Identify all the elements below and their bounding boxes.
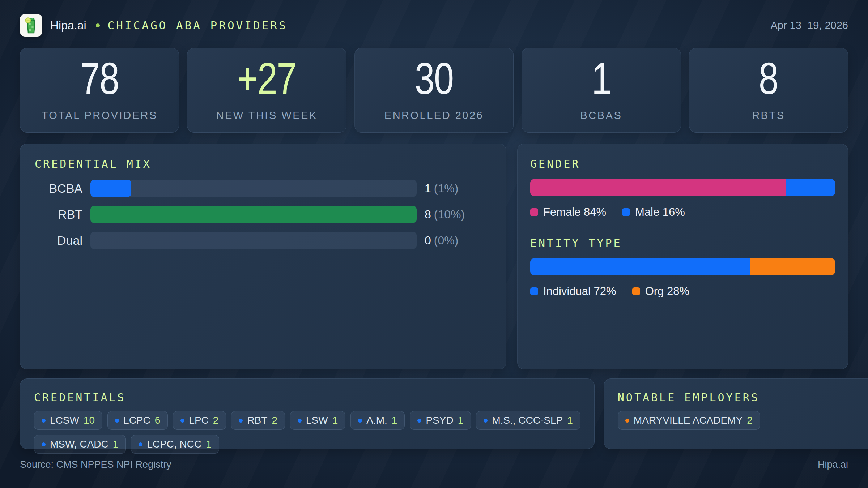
kpi-row: 78 TOTAL PROVIDERS +27 NEW THIS WEEK 30 … [20, 48, 848, 133]
badge-label: LSW [306, 415, 328, 426]
bar-value: 8(10%) [425, 208, 492, 221]
credential-badge: M.S., CCC-SLP 1 [476, 411, 580, 430]
bottom-row: CREDENTIALS LCSW 10 LCPC 6 LPC [20, 378, 848, 449]
legend-item-male: Male 16% [622, 206, 685, 219]
panel-title: GENDER [530, 158, 835, 170]
badge-count: 2 [272, 415, 277, 426]
bar-track [90, 232, 417, 249]
bar-label: BCBA [35, 181, 82, 196]
badge-label: RBT [247, 415, 267, 426]
credential-badge: RBT 2 [231, 411, 285, 430]
badge-count: 1 [206, 438, 212, 450]
badge-row: MARYVILLE ACADEMY 2 [618, 411, 868, 430]
bar-value-number: 8 [425, 208, 431, 221]
gender-legend: Female 84% Male 16% [530, 206, 835, 219]
bar-label: Dual [35, 234, 82, 248]
dot-icon [484, 419, 488, 423]
bar-track [90, 206, 417, 223]
bar-value-number: 1 [425, 182, 431, 195]
stat-label: NEW THIS WEEK [216, 110, 318, 121]
legend-swatch [530, 287, 538, 295]
badge-count: 1 [392, 415, 397, 426]
stat-value: +27 [237, 56, 296, 101]
credential-badge: LCPC 6 [107, 411, 168, 430]
badge-label: LCSW [50, 415, 79, 426]
demographics-panel: GENDER Female 84% Male 16% ENTITY TYPE [517, 144, 848, 369]
badge-label: LPC [189, 415, 208, 426]
stat-label: RBTS [752, 110, 785, 121]
legend-label: Org 28% [645, 285, 689, 298]
dot-icon [417, 419, 421, 423]
segment-org [750, 258, 835, 275]
dot-icon [42, 419, 46, 423]
dot-icon [180, 419, 184, 423]
bar-row-bcba: BCBA 1(1%) [35, 180, 492, 197]
legend-swatch [632, 287, 640, 295]
segment-male [786, 179, 835, 196]
date-range: Apr 13–19, 2026 [771, 20, 848, 31]
credential-badge: LSW 1 [290, 411, 345, 430]
stat-value: 78 [80, 56, 119, 101]
badge-count: 1 [113, 438, 119, 450]
badge-count: 10 [84, 415, 95, 426]
legend-label: Male 16% [635, 206, 685, 219]
segment-female [530, 179, 786, 196]
page-title: CHICAGO ABA PROVIDERS [108, 19, 288, 32]
stat-card-total-providers: 78 TOTAL PROVIDERS [20, 48, 179, 133]
bar-value: 1(1%) [425, 182, 492, 195]
dot-icon [358, 419, 362, 423]
mojito-icon [23, 16, 39, 34]
bar-label: RBT [35, 207, 82, 222]
stat-value: 8 [759, 56, 778, 101]
dot-icon [115, 419, 119, 423]
credentials-badges: LCSW 10 LCPC 6 LPC 2 RB [34, 411, 580, 454]
credentials-panel: CREDENTIALS LCSW 10 LCPC 6 LPC [20, 378, 595, 449]
legend-item-org: Org 28% [632, 285, 689, 298]
badge-label: M.S., CCC-SLP [492, 415, 563, 426]
stat-label: BCBAS [580, 110, 622, 121]
bar-row-dual: Dual 0(0%) [35, 232, 492, 249]
panel-title: CREDENTIALS [34, 391, 580, 404]
badge-label: A.M. [366, 415, 387, 426]
badge-count: 1 [567, 415, 573, 426]
stat-card-enrolled: 30 ENROLLED 2026 [354, 48, 514, 133]
badge-count: 1 [332, 415, 338, 426]
badge-count: 6 [155, 415, 161, 426]
employers-panel: NOTABLE EMPLOYERS MARYVILLE ACADEMY 2 [604, 378, 868, 449]
legend-label: Individual 72% [543, 285, 616, 298]
stat-value: 1 [592, 56, 611, 101]
credential-badge: A.M. 1 [350, 411, 405, 430]
bar-value: 0(0%) [425, 234, 492, 247]
legend-label: Female 84% [543, 206, 606, 219]
credential-badge: LCSW 10 [34, 411, 102, 430]
credential-mix-panel: CREDENTIAL MIX BCBA 1(1%) RBT [20, 144, 506, 369]
badge-label: MARYVILLE ACADEMY [634, 415, 743, 426]
employer-badge: MARYVILLE ACADEMY 2 [618, 411, 760, 430]
dot-icon [625, 419, 629, 423]
bar-value-percent: (1%) [434, 182, 459, 195]
stat-card-rbts: 8 RBTS [689, 48, 848, 133]
bar-fill [90, 206, 417, 223]
badge-count: 2 [747, 415, 753, 426]
dot-icon [139, 442, 142, 446]
header: Hipa.ai CHICAGO ABA PROVIDERS Apr 13–19,… [20, 14, 848, 37]
credential-mix-chart: BCBA 1(1%) RBT 8(10%) [35, 180, 492, 249]
bullet-separator-icon [96, 23, 100, 27]
badge-label: MSW, CADC [50, 438, 109, 450]
gender-stacked-bar [530, 179, 835, 196]
stat-card-new-this-week: +27 NEW THIS WEEK [187, 48, 346, 133]
credential-badge: PSYD 1 [410, 411, 471, 430]
entity-type-legend: Individual 72% Org 28% [530, 285, 835, 298]
badge-label: LCPC [123, 415, 150, 426]
stat-value: 30 [414, 56, 453, 101]
charts-row: CREDENTIAL MIX BCBA 1(1%) RBT [20, 144, 848, 369]
panel-title: CREDENTIAL MIX [35, 158, 492, 170]
credential-badge: LPC 2 [173, 411, 226, 430]
bar-row-rbt: RBT 8(10%) [35, 206, 492, 223]
panel-title: ENTITY TYPE [530, 237, 835, 249]
entity-type-stacked-bar [530, 258, 835, 275]
bar-track [90, 180, 417, 197]
bar-value-percent: (10%) [434, 208, 465, 221]
bar-fill [90, 180, 131, 197]
panel-title: NOTABLE EMPLOYERS [618, 391, 868, 404]
